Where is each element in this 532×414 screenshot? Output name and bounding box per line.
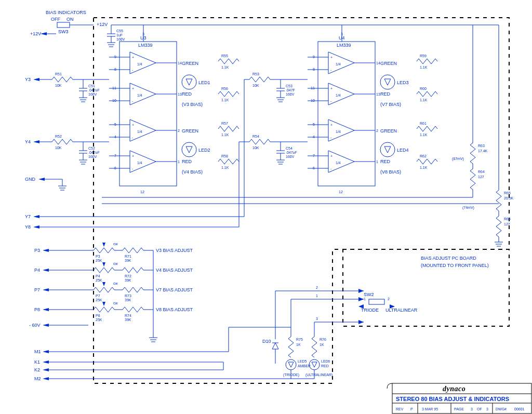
svg-text:10K: 10K — [55, 146, 62, 150]
svg-text:.047F: .047F — [286, 88, 295, 92]
svg-text:3: 3 — [316, 317, 318, 320]
svg-text:-: - — [330, 167, 332, 170]
svg-text:RED: RED — [321, 364, 329, 368]
bias-ind-label: BIAS INDICATORS — [46, 10, 86, 15]
neg60-and-ground — [149, 330, 157, 342]
u4-output-bot: GREEN LED4 RED (V8 BIAS) R611.1K R621.1K — [380, 122, 437, 175]
svg-text:LED6: LED6 — [321, 359, 330, 363]
svg-marker-148 — [33, 78, 39, 81]
svg-text:-: - — [330, 68, 332, 72]
svg-marker-298 — [43, 350, 49, 353]
svg-text:-: - — [132, 167, 134, 170]
svg-text:R65: R65 — [504, 191, 511, 195]
svg-text:1/4: 1/4 — [336, 130, 341, 133]
u3-block: U3 LM339 1/4 1/4 1/4 1/4 +- +- +- +- 9 8… — [109, 32, 182, 194]
svg-marker-217 — [33, 215, 39, 218]
svg-marker-74 — [186, 146, 192, 153]
svg-text:D10: D10 — [262, 339, 271, 344]
u3-output-bot: GREEN LED2 RED (V4 BIAS) R571.1K R581.1K — [182, 122, 239, 175]
svg-text:(87mV): (87mV) — [452, 157, 464, 161]
svg-text:GND: GND — [25, 177, 36, 182]
svg-text:P4: P4 — [34, 268, 40, 273]
svg-text:GREEN: GREEN — [380, 128, 397, 133]
svg-text:+: + — [330, 87, 332, 90]
svg-text:(V3 BIAS): (V3 BIAS) — [182, 102, 203, 107]
ref-divider: R6317.4K R64127 R6520.5K R66127 — [470, 143, 514, 246]
svg-marker-325 — [312, 362, 317, 367]
svg-text:R63: R63 — [478, 144, 485, 148]
svg-text:+: + — [132, 154, 134, 158]
svg-text:.047uF: .047uF — [286, 151, 297, 154]
svg-text:.047uF: .047uF — [88, 88, 100, 92]
svg-rect-347 — [369, 299, 384, 304]
svg-text:LED4: LED4 — [397, 148, 409, 153]
svg-text:P8: P8 — [96, 314, 100, 317]
svg-text:1: 1 — [316, 294, 318, 298]
svg-text:M1: M1 — [34, 349, 41, 354]
svg-text:1: 1 — [376, 160, 378, 164]
svg-text:P8: P8 — [34, 307, 40, 312]
svg-text:Y7: Y7 — [25, 214, 31, 219]
svg-marker-312 — [272, 343, 278, 349]
svg-text:R54: R54 — [252, 135, 259, 138]
svg-marker-256 — [102, 262, 105, 266]
svg-text:+: + — [330, 56, 332, 59]
svg-text:-: - — [132, 136, 134, 139]
svg-text:1.1K: 1.1K — [221, 166, 229, 169]
svg-text:REV: REV — [396, 407, 404, 411]
svg-text:R62: R62 — [420, 154, 427, 158]
svg-text:3: 3 — [341, 32, 343, 36]
svg-text:C53: C53 — [286, 84, 292, 88]
svg-rect-82 — [318, 42, 375, 186]
svg-text:R56: R56 — [221, 87, 228, 90]
svg-text:C52: C52 — [88, 146, 95, 150]
svg-text:127: 127 — [504, 222, 510, 226]
svg-text:LED2: LED2 — [198, 148, 210, 153]
svg-text:P4: P4 — [96, 274, 100, 278]
svg-text:P3: P3 — [34, 248, 40, 253]
svg-marker-266 — [43, 288, 49, 291]
sw2-wires: 1 2 3 — [275, 286, 364, 339]
svg-text:C54: C54 — [286, 146, 292, 150]
svg-text:AMBER: AMBER — [298, 364, 311, 368]
svg-text:(74mV): (74mV) — [462, 206, 474, 210]
svg-text:-: - — [132, 99, 134, 103]
svg-text:160V: 160V — [116, 37, 125, 41]
svg-text:1/4: 1/4 — [336, 62, 341, 66]
svg-text:PAGE: PAGE — [454, 407, 464, 411]
svg-text:RED: RED — [182, 91, 192, 97]
svg-marker-164 — [33, 140, 39, 143]
svg-text:1.1K: 1.1K — [221, 98, 229, 102]
svg-text:TRIODE: TRIODE — [361, 308, 379, 313]
svg-text:1K: 1K — [320, 343, 324, 346]
svg-text:C51: C51 — [88, 84, 95, 88]
svg-text:V3 BIAS ADJUST: V3 BIAS ADJUST — [156, 248, 193, 253]
svg-marker-268 — [102, 282, 105, 286]
board-outline-front-panel — [343, 249, 509, 326]
svg-text:1.1K: 1.1K — [420, 65, 428, 69]
svg-text:GREEN: GREEN — [182, 128, 198, 133]
svg-text:dynaco: dynaco — [443, 385, 466, 393]
svg-text:39K: 39K — [125, 318, 131, 322]
mk-inputs: M1 K1 K2 M2 — [34, 349, 314, 381]
svg-text:160V: 160V — [88, 155, 97, 158]
svg-text:14: 14 — [178, 61, 182, 65]
svg-text:R71: R71 — [125, 255, 131, 258]
svg-text:2: 2 — [376, 129, 378, 132]
svg-text:+: + — [132, 123, 134, 127]
front-panel-sub: (MOUNTED TO FRONT PANEL) — [421, 263, 489, 268]
switch-sw3 — [57, 22, 70, 28]
svg-point-73 — [182, 142, 196, 157]
svg-text:R60: R60 — [420, 87, 427, 90]
svg-text:160V: 160V — [286, 155, 295, 158]
svg-marker-129 — [384, 79, 391, 85]
svg-marker-307 — [43, 377, 49, 380]
svg-text:cw: cw — [113, 262, 118, 265]
svg-marker-301 — [43, 360, 49, 364]
svg-text:(V8 BIAS): (V8 BIAS) — [380, 169, 401, 175]
svg-marker-139 — [384, 146, 391, 153]
svg-marker-244 — [102, 243, 105, 247]
svg-text:1K: 1K — [296, 343, 301, 346]
svg-text:SW2: SW2 — [364, 292, 374, 297]
svg-text:1.1K: 1.1K — [221, 133, 229, 137]
